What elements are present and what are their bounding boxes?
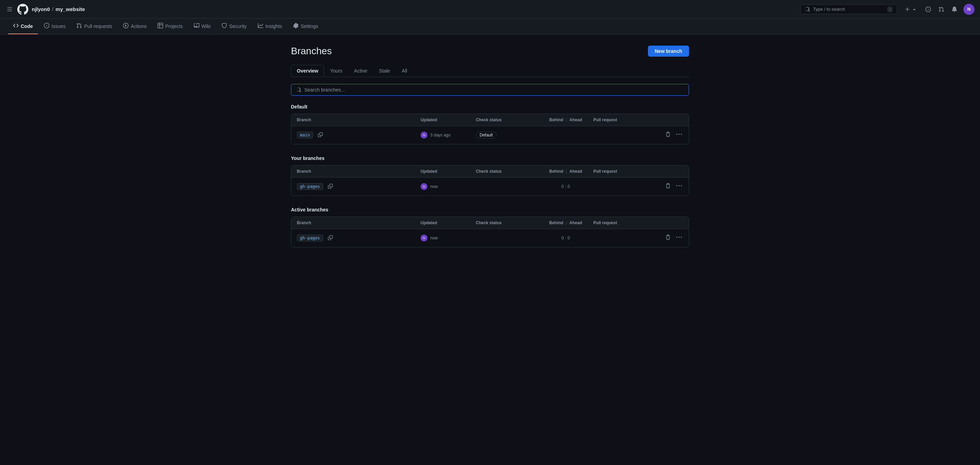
ab-branch-name[interactable]: gh-pages bbox=[297, 235, 323, 241]
ab-header-check: Check status bbox=[476, 221, 538, 225]
yb-header-behind-ahead: Behind | Ahead bbox=[538, 169, 593, 174]
header-branch: Branch bbox=[297, 117, 420, 122]
active-branches-title: Active branches bbox=[291, 207, 689, 213]
copy-branch-button[interactable] bbox=[317, 132, 324, 139]
table-row: gh-pages N now 0 | 0 bbox=[291, 229, 689, 247]
yb-branch-name-cell: gh-pages bbox=[297, 183, 420, 190]
table-row: main N 3 days ago Default bbox=[291, 126, 689, 144]
header-actions bbox=[662, 117, 683, 122]
updated-time: 3 days ago bbox=[430, 133, 450, 138]
page-title: Branches bbox=[291, 46, 332, 57]
main-content: Branches New branch Overview Yours Activ… bbox=[283, 35, 697, 270]
yb-header-pr: Pull request bbox=[593, 169, 662, 174]
code-icon bbox=[13, 23, 19, 29]
tab-settings-label: Settings bbox=[301, 24, 318, 29]
tab-actions[interactable]: Actions bbox=[118, 19, 151, 34]
header-updated: Updated bbox=[420, 117, 476, 122]
tab-all[interactable]: All bbox=[396, 65, 413, 77]
header-behind-ahead: Behind | Ahead bbox=[538, 117, 593, 122]
tab-pr-label: Pull requests bbox=[84, 24, 112, 29]
yb-header-branch: Branch bbox=[297, 169, 420, 174]
tab-projects[interactable]: Projects bbox=[153, 19, 188, 34]
tab-issues[interactable]: Issues bbox=[39, 19, 70, 34]
behind-ahead-divider: | bbox=[566, 117, 567, 122]
branch-search-container[interactable] bbox=[291, 84, 689, 96]
top-nav-left: njlyon0 / my_website bbox=[6, 4, 795, 15]
ab-header-ahead: Ahead bbox=[570, 221, 582, 225]
tab-code-label: Code bbox=[21, 24, 33, 29]
ab-delete-button[interactable] bbox=[664, 233, 672, 243]
yb-updated-time: now bbox=[430, 184, 438, 189]
github-logo[interactable] bbox=[17, 4, 28, 15]
default-badge: Default bbox=[476, 132, 496, 138]
branch-more-options-button[interactable] bbox=[675, 130, 683, 140]
tab-settings[interactable]: Settings bbox=[288, 19, 323, 34]
play-icon bbox=[123, 23, 129, 29]
default-table-header: Branch Updated Check status Behind | Ahe… bbox=[291, 114, 689, 126]
tab-wiki-label: Wiki bbox=[202, 24, 210, 29]
ab-branch-name-cell: gh-pages bbox=[297, 235, 420, 242]
pull-request-nav-button[interactable] bbox=[937, 5, 945, 13]
yb-updated-cell: N now bbox=[420, 183, 476, 190]
delete-branch-button[interactable] bbox=[664, 130, 672, 140]
yb-ahead: 0 bbox=[568, 184, 570, 189]
tab-security[interactable]: Security bbox=[217, 19, 251, 34]
new-branch-button[interactable]: New branch bbox=[648, 46, 689, 57]
page-header: Branches New branch bbox=[291, 46, 689, 57]
header-behind: Behind bbox=[549, 117, 563, 122]
yb-header-ahead: Ahead bbox=[570, 169, 582, 174]
branch-name-main[interactable]: main bbox=[297, 132, 313, 138]
tab-code[interactable]: Code bbox=[8, 19, 38, 34]
pr-icon bbox=[76, 23, 82, 29]
sidebar-toggle-button[interactable] bbox=[6, 5, 14, 13]
branch-search-icon bbox=[296, 87, 302, 93]
ab-header-pr: Pull request bbox=[593, 221, 662, 225]
ab-actions-cell bbox=[662, 233, 683, 243]
header-pull-request: Pull request bbox=[593, 117, 662, 122]
ab-copy-button[interactable] bbox=[326, 235, 334, 242]
create-new-button[interactable] bbox=[903, 5, 919, 13]
repo-link[interactable]: my_website bbox=[56, 6, 85, 12]
ab-updated-cell: N now bbox=[420, 235, 476, 241]
yb-behind-ahead: 0 | 0 bbox=[538, 184, 593, 189]
ab-behind: 0 bbox=[562, 236, 564, 240]
notifications-button[interactable] bbox=[950, 5, 959, 13]
tab-yours[interactable]: Yours bbox=[324, 65, 348, 77]
tab-overview[interactable]: Overview bbox=[291, 65, 324, 77]
yb-avatar: N bbox=[420, 183, 428, 190]
yb-header-behind: Behind bbox=[549, 169, 563, 174]
tab-wiki[interactable]: Wiki bbox=[189, 19, 215, 34]
yb-copy-button[interactable] bbox=[326, 183, 334, 190]
updated-cell: N 3 days ago bbox=[420, 132, 476, 138]
active-branches-table: Branch Updated Check status Behind | Ahe… bbox=[291, 217, 689, 248]
tab-stale[interactable]: Stale bbox=[373, 65, 396, 77]
check-status-cell: Default bbox=[476, 132, 538, 138]
tab-issues-label: Issues bbox=[51, 24, 65, 29]
yb-delete-button[interactable] bbox=[664, 182, 672, 191]
ab-updated-time: now bbox=[430, 236, 438, 240]
ab-avatar: N bbox=[420, 235, 428, 241]
branch-search-input[interactable] bbox=[304, 87, 684, 93]
active-branches-section: Active branches Branch Updated Check sta… bbox=[291, 207, 689, 248]
table-icon bbox=[158, 23, 163, 29]
default-branch-table: Branch Updated Check status Behind | Ahe… bbox=[291, 114, 689, 144]
ab-header-updated: Updated bbox=[420, 221, 476, 225]
your-branches-table: Branch Updated Check status Behind | Ahe… bbox=[291, 165, 689, 196]
actions-cell bbox=[662, 130, 683, 140]
tab-active[interactable]: Active bbox=[348, 65, 373, 77]
owner-link[interactable]: njlyon0 bbox=[32, 6, 50, 12]
tab-pull-requests[interactable]: Pull requests bbox=[72, 19, 117, 34]
header-check-status: Check status bbox=[476, 117, 538, 122]
tab-insights[interactable]: Insights bbox=[253, 19, 287, 34]
ab-more-options-button[interactable] bbox=[675, 233, 683, 243]
yb-branch-name[interactable]: gh-pages bbox=[297, 183, 323, 190]
ab-header-branch: Branch bbox=[297, 221, 420, 225]
ab-header-behind-ahead: Behind | Ahead bbox=[538, 221, 593, 225]
your-branches-header: Branch Updated Check status Behind | Ahe… bbox=[291, 165, 689, 178]
ab-behind-ahead: 0 | 0 bbox=[538, 236, 593, 240]
issue-tracker-button[interactable] bbox=[924, 5, 932, 13]
book-icon bbox=[194, 23, 199, 29]
global-search-bar[interactable]: Type / to search / bbox=[800, 5, 897, 14]
yb-more-options-button[interactable] bbox=[675, 182, 683, 191]
avatar[interactable]: N bbox=[963, 4, 974, 15]
